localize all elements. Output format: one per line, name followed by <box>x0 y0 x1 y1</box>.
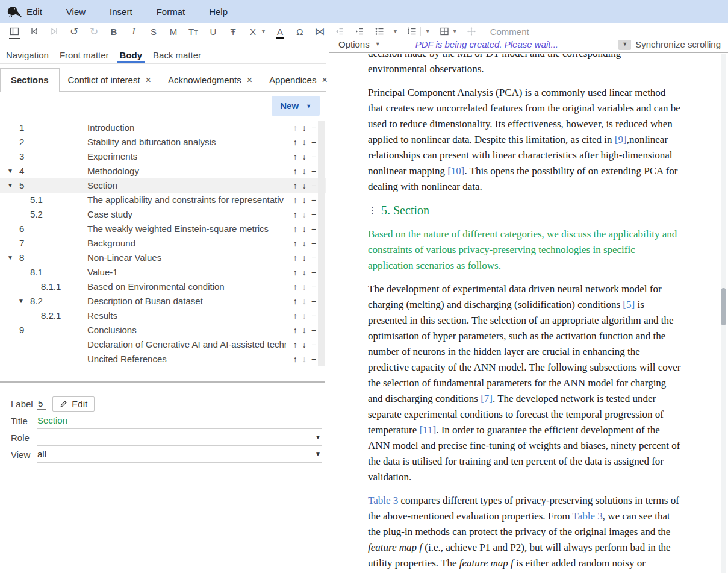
move-up-icon[interactable]: ↑ <box>293 195 297 205</box>
tree-row[interactable]: 2Stability and bifurcation analysis↑↓− <box>0 135 326 149</box>
expand-caret-icon[interactable]: ▼ <box>17 294 25 308</box>
font-color-icon[interactable]: A <box>274 25 286 38</box>
tree-scrollbar[interactable] <box>318 121 325 366</box>
move-down-icon[interactable]: ↓ <box>302 123 306 133</box>
remove-icon[interactable]: − <box>311 239 316 248</box>
italic-icon[interactable]: I <box>128 25 140 38</box>
move-down-icon[interactable]: ↓ <box>302 253 306 263</box>
strikethrough-icon[interactable]: Ŧ <box>227 25 239 38</box>
tree-row[interactable]: 7Background↑↓− <box>0 236 326 251</box>
menu-view[interactable]: View <box>66 7 86 17</box>
panel-toggle-icon[interactable] <box>8 25 20 38</box>
clear-format-icon-dropdown[interactable]: ▼ <box>261 28 266 34</box>
bullet-list-icon[interactable] <box>373 25 385 38</box>
tree-row[interactable]: ▼5Section↑↓− <box>0 178 326 193</box>
tree-row[interactable]: ▼8.2Description of Busan dataset↑↓− <box>0 294 326 308</box>
menu-edit[interactable]: Edit <box>26 7 42 17</box>
tree-row[interactable]: ▼8Non-Linear Values↑↓− <box>0 251 326 265</box>
move-down-icon[interactable]: ↓ <box>302 181 306 190</box>
move-up-icon[interactable]: ↑ <box>293 311 297 321</box>
remove-icon[interactable]: − <box>311 282 316 292</box>
options-button[interactable]: Options <box>338 40 370 49</box>
numbered-list-icon[interactable] <box>406 25 418 38</box>
move-up-icon[interactable]: ↑ <box>293 296 297 306</box>
tab-front-matter[interactable]: Front matter <box>58 47 110 63</box>
role-select[interactable]: ▼ <box>37 429 322 446</box>
tab-conflict-of-interest[interactable]: Conflict of interest× <box>60 69 160 91</box>
move-down-icon[interactable]: ↓ <box>302 239 306 248</box>
citation-link[interactable]: Table 3 <box>368 495 398 506</box>
document-content[interactable]: decision made by the ML or DT model and … <box>329 54 720 573</box>
remove-icon[interactable]: − <box>311 325 316 335</box>
move-up-icon[interactable]: ↑ <box>293 325 297 335</box>
undo-icon[interactable]: ↺ <box>68 25 80 38</box>
tab-acknowledgments[interactable]: Acknowledgments× <box>160 69 261 91</box>
drag-handle-icon[interactable]: ⋮ <box>368 202 377 218</box>
panel-splitter[interactable] <box>326 37 326 573</box>
tree-row[interactable]: 8.1.1Based on Environmental condition↑↓− <box>0 280 326 294</box>
tab-navigation[interactable]: Navigation <box>5 47 50 63</box>
citation-link[interactable]: [11] <box>419 424 436 436</box>
tree-row[interactable]: 5.1The applicability and constraints for… <box>0 193 326 207</box>
tree-row[interactable]: 8.2.1Results↑↓− <box>0 308 326 323</box>
indent-icon[interactable] <box>353 25 366 38</box>
expand-caret-icon[interactable]: ▼ <box>6 164 14 178</box>
close-icon[interactable]: × <box>322 75 327 85</box>
citation-link[interactable]: [9] <box>615 134 627 145</box>
tree-row[interactable]: 3Experiments↑↓− <box>0 149 326 164</box>
tree-row[interactable]: 5.2Case study↑↓− <box>0 207 326 222</box>
move-down-icon[interactable]: ↓ <box>302 325 306 335</box>
edit-label-button[interactable]: Edit <box>52 396 95 412</box>
clear-format-icon[interactable]: X <box>247 25 259 38</box>
remove-icon[interactable]: − <box>311 123 316 133</box>
citation-link[interactable]: [7] <box>481 393 493 404</box>
tab-back-matter[interactable]: Back matter <box>152 47 202 63</box>
new-section-button[interactable]: New ▼ <box>272 96 320 116</box>
remove-icon[interactable]: − <box>311 137 316 147</box>
remove-icon[interactable]: − <box>311 224 316 234</box>
remove-icon[interactable]: − <box>311 166 316 176</box>
menu-help[interactable]: Help <box>209 7 228 17</box>
tree-row[interactable]: Uncited References↑↓− <box>0 352 326 366</box>
close-icon[interactable]: × <box>146 75 151 85</box>
move-up-icon[interactable]: ↑ <box>293 340 297 349</box>
document-scrollbar-thumb[interactable] <box>721 288 726 325</box>
remove-icon[interactable]: − <box>311 253 316 263</box>
remove-icon[interactable]: − <box>311 296 316 306</box>
move-up-icon[interactable]: ↑ <box>293 166 297 176</box>
tree-row[interactable]: Declaration of Generative AI and AI-assi… <box>0 337 326 352</box>
move-down-icon[interactable]: ↓ <box>302 152 306 161</box>
underline-icon[interactable]: U <box>207 25 219 38</box>
citation-link[interactable]: Table 3 <box>573 510 603 522</box>
numbered-list-icon-dropdown[interactable]: ▼ <box>425 28 431 34</box>
tree-row[interactable]: ▼4Methodology↑↓− <box>0 164 326 178</box>
citation-link[interactable]: [5] <box>623 299 635 310</box>
remove-icon[interactable]: − <box>311 195 316 205</box>
move-up-icon[interactable]: ↑ <box>293 181 297 190</box>
move-down-icon[interactable]: ↓ <box>302 224 306 234</box>
table-icon-dropdown[interactable]: ▼ <box>452 28 458 34</box>
move-up-icon[interactable]: ↑ <box>293 268 297 277</box>
move-up-icon[interactable]: ↑ <box>293 354 297 364</box>
menu-format[interactable]: Format <box>157 7 185 17</box>
menu-insert[interactable]: Insert <box>110 7 132 17</box>
tab-appendices[interactable]: Appendices× <box>261 69 336 91</box>
move-down-icon[interactable]: ↓ <box>302 340 306 349</box>
remove-icon[interactable]: − <box>311 340 316 349</box>
remove-icon[interactable]: − <box>311 152 316 161</box>
skip-to-start-icon[interactable] <box>28 25 40 38</box>
markup-icon[interactable]: M <box>167 25 179 38</box>
move-up-icon[interactable]: ↑ <box>293 253 297 263</box>
move-down-icon[interactable]: ↓ <box>302 166 306 176</box>
bold-icon[interactable]: B <box>108 25 120 38</box>
move-down-icon[interactable]: ↓ <box>302 137 306 147</box>
special-character-icon[interactable]: Ω <box>294 25 306 38</box>
expand-caret-icon[interactable]: ▼ <box>6 178 14 193</box>
table-icon[interactable] <box>438 25 450 38</box>
view-select[interactable]: all ▼ <box>37 446 322 463</box>
bullet-list-icon-dropdown[interactable]: ▼ <box>393 28 398 34</box>
tab-sections[interactable]: Sections <box>0 68 60 92</box>
move-up-icon[interactable]: ↑ <box>293 282 297 292</box>
close-icon[interactable]: × <box>247 75 252 85</box>
remove-icon[interactable]: − <box>311 311 316 321</box>
